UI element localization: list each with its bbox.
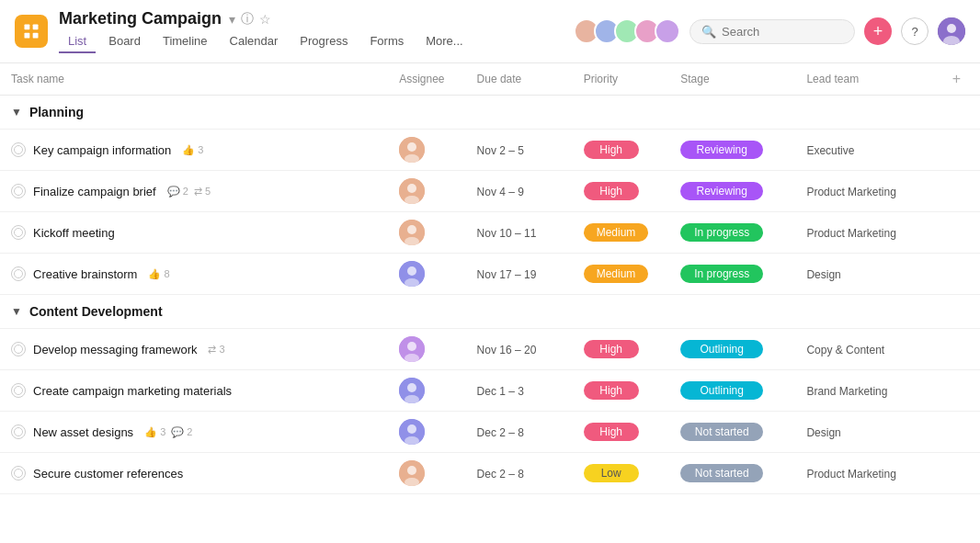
svg-point-33 [407,424,416,434]
task-check-1[interactable] [11,184,26,198]
lead-team-text-3: Product Marketing [806,468,895,481]
col-header-priority: Priority [573,63,670,96]
table-row[interactable]: Kickoff meeting Nov 10 – 11 Medium In pr… [0,212,980,254]
task-check-3[interactable] [11,266,26,281]
task-assignee-3 [388,254,465,295]
task-check-3[interactable] [11,466,26,481]
task-assignee-3 [388,453,465,494]
tab-progress[interactable]: Progress [291,30,357,53]
task-check-2[interactable] [11,225,26,240]
tab-calendar[interactable]: Calendar [221,30,288,53]
task-name-text-1: Finalize campaign brief [33,185,156,198]
stage-badge-0[interactable]: Outlining [680,340,763,358]
app-icon [15,15,48,48]
col-header-leadteam: Lead team [795,63,940,96]
task-leadteam-1: Brand Marketing [795,370,940,412]
priority-badge-2[interactable]: High [584,423,639,441]
task-row-add-3 [941,453,980,494]
stage-badge-1[interactable]: Reviewing [680,182,763,200]
table-row[interactable]: Key campaign information 👍 3 Nov 2 – 5 H… [0,130,980,171]
task-stage-0: Reviewing [669,130,795,171]
task-row-add-0 [941,130,980,171]
task-name-cell-2: New asset designs 👍 3💬 2 [0,412,388,453]
stage-badge-2[interactable]: Not started [680,423,763,441]
star-icon[interactable]: ☆ [259,12,271,27]
task-check-1[interactable] [11,383,26,398]
assignee-avatar-0 [399,137,425,163]
meta-comment-icon: 💬 2 [171,426,192,438]
svg-point-13 [407,184,416,193]
table-row[interactable]: Creative brainstorm 👍 8 Nov 17 – 19 Medi… [0,254,980,295]
due-date-text-1: Dec 1 – 3 [477,385,524,398]
task-check-0[interactable] [11,142,26,157]
task-stage-3: Not started [669,453,795,494]
priority-badge-0[interactable]: High [584,141,639,159]
header-right: 🔍 + ? [574,17,965,45]
priority-badge-3[interactable]: Low [584,464,639,482]
section-label: Content Development [29,304,163,319]
svg-rect-2 [25,33,30,39]
task-priority-3: Medium [573,254,670,295]
tab-timeline[interactable]: Timeline [154,30,217,53]
stage-badge-0[interactable]: Reviewing [680,141,763,159]
user-avatar[interactable] [938,17,965,45]
task-name-text-2: Kickoff meeting [33,226,115,240]
priority-badge-3[interactable]: Medium [584,265,649,283]
task-priority-2: High [573,412,670,453]
section-header-planning[interactable]: ▼ Planning [11,105,969,119]
task-row-add-1 [941,171,980,212]
search-input[interactable] [722,25,843,39]
task-priority-1: High [573,171,670,212]
stage-badge-3[interactable]: Not started [680,464,763,482]
app-container: Marketing Campaign ▾ ⓘ ☆ List Board Time… [0,0,980,543]
stage-badge-2[interactable]: In progress [680,223,763,242]
tab-list[interactable]: List [59,30,96,53]
tab-board[interactable]: Board [99,30,150,53]
lead-team-text-3: Design [806,268,840,281]
due-date-text-3: Dec 2 – 8 [477,468,524,481]
task-meta-0: ⇄ 3 [208,344,224,356]
task-stage-1: Reviewing [669,171,795,212]
tab-more[interactable]: More... [416,30,472,53]
lead-team-text-0: Copy & Content [806,344,884,356]
task-priority-3: Low [573,453,670,494]
tab-forms[interactable]: Forms [360,30,413,53]
add-button[interactable]: + [864,17,892,45]
avatar-5[interactable] [655,18,680,44]
table-row[interactable]: Develop messaging framework ⇄ 3 Nov 16 –… [0,329,980,370]
task-name-text-1: Create campaign marketing materials [33,384,232,398]
task-duedate-1: Nov 4 – 9 [466,171,573,212]
svg-point-29 [407,383,416,392]
meta-subtask-icon: ⇄ 5 [194,186,211,198]
priority-badge-2[interactable]: Medium [584,223,649,242]
tasks-table: Task name Assignee Due date Priority Sta… [0,63,980,494]
stage-badge-1[interactable]: Outlining [680,381,763,400]
svg-point-11 [15,187,23,196]
info-icon[interactable]: ⓘ [241,11,254,28]
task-row-add-3 [941,254,980,295]
section-header-content-development[interactable]: ▼ Content Development [11,304,969,319]
task-check-2[interactable] [11,424,26,439]
assignee-avatar-2 [399,220,425,245]
task-row-add-0 [941,329,980,370]
task-stage-2: In progress [669,212,795,254]
task-name-text-0: Key campaign information [33,143,171,157]
table-row[interactable]: Create campaign marketing materials Dec … [0,370,980,412]
priority-badge-0[interactable]: High [584,340,639,358]
add-column-button[interactable]: + [952,71,961,87]
table-row[interactable]: New asset designs 👍 3💬 2 Dec 2 – 8 High … [0,412,980,453]
table-row[interactable]: Finalize campaign brief 💬 2⇄ 5 Nov 4 – 9… [0,171,980,212]
task-check-0[interactable] [11,342,26,356]
priority-badge-1[interactable]: High [584,381,639,400]
priority-badge-1[interactable]: High [584,182,639,200]
table-row[interactable]: Secure customer references Dec 2 – 8 Low… [0,453,980,494]
task-assignee-1 [388,370,465,412]
svg-point-27 [15,387,23,395]
avatar-group [574,18,680,44]
help-button[interactable]: ? [901,17,929,45]
task-stage-1: Outlining [669,370,795,412]
stage-badge-3[interactable]: In progress [680,265,763,283]
task-duedate-3: Nov 17 – 19 [466,254,573,295]
task-name-cell-0: Develop messaging framework ⇄ 3 [0,329,388,370]
dropdown-icon[interactable]: ▾ [229,12,235,27]
